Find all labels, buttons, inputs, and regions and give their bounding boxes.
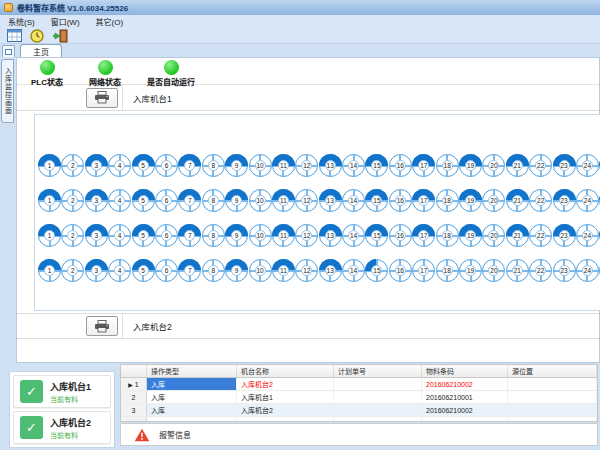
grid-cell[interactable]: 入库机台2: [237, 378, 334, 390]
reel-slot[interactable]: 8: [202, 224, 225, 247]
grid-cell[interactable]: [237, 417, 334, 422]
reel-slot[interactable]: 1: [38, 259, 61, 282]
reel-slot[interactable]: 17: [412, 224, 435, 247]
reel-slot[interactable]: 3: [85, 189, 108, 212]
reel-slot[interactable]: 21: [506, 224, 529, 247]
reel-slot[interactable]: 4: [108, 189, 131, 212]
reel-slot[interactable]: 12: [295, 189, 318, 212]
reel-slot[interactable]: 21: [506, 189, 529, 212]
grid-column-header[interactable]: 计划单号: [334, 365, 422, 377]
row-header-cell[interactable]: 4: [121, 417, 147, 422]
reel-slot[interactable]: 7: [178, 189, 201, 212]
reel-slot[interactable]: 6: [155, 224, 178, 247]
reel-slot[interactable]: 2: [61, 154, 84, 177]
calendar-icon[interactable]: [6, 29, 22, 43]
reel-slot[interactable]: 22: [529, 189, 552, 212]
machine-card-1[interactable]: ✓入库机台1当前有料: [13, 375, 111, 408]
reel-slot[interactable]: 8: [202, 154, 225, 177]
reel-slot[interactable]: 13: [319, 154, 342, 177]
reel-slot[interactable]: 20: [482, 189, 505, 212]
reel-slot[interactable]: 4: [108, 224, 131, 247]
reel-slot[interactable]: 19: [459, 154, 482, 177]
reel-slot[interactable]: 11: [272, 154, 295, 177]
reel-slot[interactable]: 10: [249, 154, 272, 177]
reel-slot[interactable]: 3: [85, 154, 108, 177]
reel-slot[interactable]: 7: [178, 154, 201, 177]
grid-cell[interactable]: [508, 378, 597, 390]
reel-slot[interactable]: 22: [529, 259, 552, 282]
reel-slot[interactable]: 14: [342, 189, 365, 212]
reel-slot[interactable]: 1: [38, 154, 61, 177]
grid-cell[interactable]: [334, 391, 422, 403]
reel-slot[interactable]: 11: [272, 189, 295, 212]
reel-slot[interactable]: 13: [319, 259, 342, 282]
grid-cell[interactable]: 201606210002: [422, 378, 508, 390]
reel-slot[interactable]: 22: [529, 154, 552, 177]
grid-cell[interactable]: [508, 404, 597, 416]
reel-slot[interactable]: 20: [482, 154, 505, 177]
tab-home[interactable]: 主页: [20, 44, 62, 57]
grid-column-header[interactable]: 操作类型: [147, 365, 237, 377]
reel-slot[interactable]: 24: [576, 154, 599, 177]
reel-slot[interactable]: 6: [155, 259, 178, 282]
reel-slot[interactable]: 11: [272, 224, 295, 247]
machine-card-2[interactable]: ✓入库机台2当前有料: [13, 411, 111, 444]
grid-cell[interactable]: [147, 417, 237, 422]
reel-slot[interactable]: 16: [389, 259, 412, 282]
menu-item-1[interactable]: 窗口(W): [51, 16, 80, 27]
reel-slot[interactable]: 17: [412, 154, 435, 177]
grid-cell[interactable]: [334, 417, 422, 422]
reel-slot[interactable]: 14: [342, 259, 365, 282]
reel-slot[interactable]: 15: [365, 189, 388, 212]
reel-slot[interactable]: 7: [178, 224, 201, 247]
grid-cell[interactable]: 入库: [147, 391, 237, 403]
reel-slot[interactable]: 8: [202, 259, 225, 282]
reel-slot[interactable]: 21: [506, 259, 529, 282]
reel-slot[interactable]: 8: [202, 189, 225, 212]
reel-slot[interactable]: 15: [365, 154, 388, 177]
reel-slot[interactable]: 12: [295, 154, 318, 177]
reel-slot[interactable]: 17: [412, 259, 435, 282]
grid-cell[interactable]: [422, 417, 508, 422]
grid-cell[interactable]: 201606210001: [422, 391, 508, 403]
reel-slot[interactable]: 3: [85, 224, 108, 247]
reel-slot[interactable]: 18: [436, 189, 459, 212]
reel-slot[interactable]: 20: [482, 224, 505, 247]
reel-slot[interactable]: 10: [249, 259, 272, 282]
reel-slot[interactable]: 12: [295, 259, 318, 282]
grid-cell[interactable]: 201606210002: [422, 404, 508, 416]
exit-door-icon[interactable]: [52, 29, 68, 43]
machine1-print-button[interactable]: [86, 88, 118, 108]
grid-row-1[interactable]: ▶1入库入库机台2201606210002: [121, 378, 597, 391]
reel-slot[interactable]: 13: [319, 189, 342, 212]
reel-slot[interactable]: 20: [482, 259, 505, 282]
grid-cell[interactable]: [334, 404, 422, 416]
grid-column-header[interactable]: 机台名称: [237, 365, 334, 377]
row-header-cell[interactable]: 2: [121, 391, 147, 403]
menu-item-0[interactable]: 系统(S): [8, 16, 35, 27]
reel-slot[interactable]: 1: [38, 189, 61, 212]
row-header-cell[interactable]: 3: [121, 404, 147, 416]
reel-slot[interactable]: 17: [412, 189, 435, 212]
grid-row-3[interactable]: 3入库入库机台2201606210002: [121, 404, 597, 417]
grid-cell[interactable]: [508, 417, 597, 422]
grid-cell[interactable]: 入库: [147, 378, 237, 390]
reel-slot[interactable]: 6: [155, 154, 178, 177]
grid-cell[interactable]: [508, 391, 597, 403]
side-tab-monitor[interactable]: 入库监控画面: [1, 59, 14, 123]
reel-slot[interactable]: 9: [225, 189, 248, 212]
reel-slot[interactable]: 2: [61, 224, 84, 247]
grid-column-header[interactable]: 物料条码: [422, 365, 508, 377]
reel-slot[interactable]: 15: [365, 224, 388, 247]
reel-slot[interactable]: 19: [459, 224, 482, 247]
reel-slot[interactable]: 10: [249, 224, 272, 247]
reel-slot[interactable]: 24: [576, 259, 599, 282]
reel-slot[interactable]: 2: [61, 259, 84, 282]
reel-slot[interactable]: 2: [61, 189, 84, 212]
reel-slot[interactable]: 16: [389, 189, 412, 212]
reel-slot[interactable]: 14: [342, 224, 365, 247]
reel-slot[interactable]: 18: [436, 259, 459, 282]
collapsed-panel-tab[interactable]: [2, 45, 15, 57]
reel-slot[interactable]: 3: [85, 259, 108, 282]
menu-item-2[interactable]: 其它(O): [96, 16, 124, 27]
